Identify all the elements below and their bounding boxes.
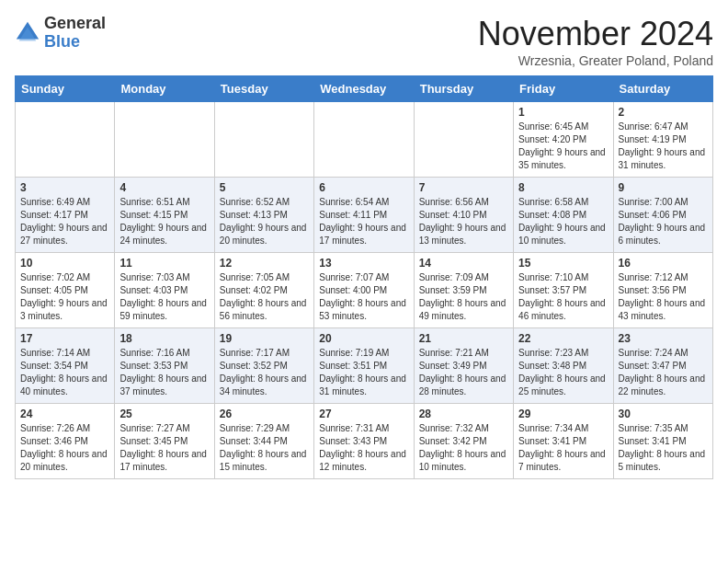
calendar-cell: 25Sunrise: 7:27 AM Sunset: 3:45 PM Dayli…	[115, 404, 214, 479]
day-info: Sunrise: 7:16 AM Sunset: 3:53 PM Dayligh…	[119, 347, 209, 398]
calendar-cell: 28Sunrise: 7:32 AM Sunset: 3:42 PM Dayli…	[414, 404, 513, 479]
column-header-sunday: Sunday	[16, 76, 115, 102]
day-number: 9	[619, 181, 708, 194]
day-number: 27	[319, 408, 408, 420]
calendar-header-row: SundayMondayTuesdayWednesdayThursdayFrid…	[16, 76, 713, 102]
calendar-cell: 7Sunrise: 6:56 AM Sunset: 4:10 PM Daylig…	[414, 178, 513, 253]
day-number: 13	[319, 257, 408, 270]
day-number: 26	[220, 408, 309, 420]
day-number: 17	[20, 332, 109, 345]
day-number: 11	[119, 257, 209, 270]
calendar-cell: 9Sunrise: 7:00 AM Sunset: 4:06 PM Daylig…	[613, 178, 712, 253]
calendar-cell	[16, 102, 115, 178]
calendar-cell: 12Sunrise: 7:05 AM Sunset: 4:02 PM Dayli…	[214, 253, 313, 328]
calendar-cell	[214, 102, 313, 178]
column-header-saturday: Saturday	[613, 76, 712, 102]
day-info: Sunrise: 7:09 AM Sunset: 3:59 PM Dayligh…	[419, 271, 508, 323]
day-info: Sunrise: 6:49 AM Sunset: 4:17 PM Dayligh…	[20, 196, 109, 247]
day-number: 10	[20, 257, 109, 270]
day-info: Sunrise: 7:14 AM Sunset: 3:54 PM Dayligh…	[20, 347, 109, 398]
day-info: Sunrise: 6:58 AM Sunset: 4:08 PM Dayligh…	[518, 196, 608, 247]
calendar-cell: 5Sunrise: 6:52 AM Sunset: 4:13 PM Daylig…	[214, 178, 313, 253]
calendar-week-row: 24Sunrise: 7:26 AM Sunset: 3:46 PM Dayli…	[16, 404, 713, 479]
calendar-cell	[115, 102, 214, 178]
calendar-week-row: 17Sunrise: 7:14 AM Sunset: 3:54 PM Dayli…	[16, 328, 713, 404]
day-number: 5	[220, 181, 309, 194]
column-header-tuesday: Tuesday	[214, 76, 313, 102]
calendar-cell: 23Sunrise: 7:24 AM Sunset: 3:47 PM Dayli…	[613, 328, 712, 404]
day-info: Sunrise: 7:00 AM Sunset: 4:06 PM Dayligh…	[619, 196, 708, 247]
calendar-cell: 8Sunrise: 6:58 AM Sunset: 4:08 PM Daylig…	[514, 178, 613, 253]
day-info: Sunrise: 7:19 AM Sunset: 3:51 PM Dayligh…	[319, 347, 408, 398]
day-info: Sunrise: 7:27 AM Sunset: 3:45 PM Dayligh…	[119, 422, 209, 474]
calendar-cell	[414, 102, 513, 178]
day-info: Sunrise: 6:51 AM Sunset: 4:15 PM Dayligh…	[119, 196, 209, 247]
day-info: Sunrise: 7:26 AM Sunset: 3:46 PM Dayligh…	[20, 422, 109, 474]
calendar-cell: 20Sunrise: 7:19 AM Sunset: 3:51 PM Dayli…	[314, 328, 414, 404]
day-info: Sunrise: 7:31 AM Sunset: 3:43 PM Dayligh…	[319, 422, 408, 474]
page-header: General Blue November 2024 Wrzesnia, Gre…	[15, 15, 713, 68]
day-number: 20	[319, 332, 408, 345]
calendar-cell: 17Sunrise: 7:14 AM Sunset: 3:54 PM Dayli…	[16, 328, 115, 404]
calendar-week-row: 10Sunrise: 7:02 AM Sunset: 4:05 PM Dayli…	[16, 253, 713, 328]
day-number: 21	[419, 332, 508, 345]
day-number: 3	[20, 181, 109, 194]
calendar-cell: 1Sunrise: 6:45 AM Sunset: 4:20 PM Daylig…	[514, 102, 613, 178]
day-number: 29	[518, 408, 608, 420]
day-info: Sunrise: 7:17 AM Sunset: 3:52 PM Dayligh…	[220, 347, 309, 398]
month-title: November 2024	[478, 15, 713, 53]
day-info: Sunrise: 7:32 AM Sunset: 3:42 PM Dayligh…	[419, 422, 508, 474]
column-header-thursday: Thursday	[414, 76, 513, 102]
logo-blue-text: Blue	[44, 33, 106, 52]
day-info: Sunrise: 7:12 AM Sunset: 3:56 PM Dayligh…	[619, 271, 708, 323]
day-number: 25	[119, 408, 209, 420]
calendar-week-row: 1Sunrise: 6:45 AM Sunset: 4:20 PM Daylig…	[16, 102, 713, 178]
day-info: Sunrise: 6:47 AM Sunset: 4:19 PM Dayligh…	[619, 121, 708, 172]
day-number: 4	[119, 181, 209, 194]
calendar-cell: 16Sunrise: 7:12 AM Sunset: 3:56 PM Dayli…	[613, 253, 712, 328]
logo-icon	[15, 20, 40, 46]
day-info: Sunrise: 7:29 AM Sunset: 3:44 PM Dayligh…	[220, 422, 309, 474]
calendar-cell: 3Sunrise: 6:49 AM Sunset: 4:17 PM Daylig…	[16, 178, 115, 253]
calendar-cell: 26Sunrise: 7:29 AM Sunset: 3:44 PM Dayli…	[214, 404, 313, 479]
calendar-cell: 27Sunrise: 7:31 AM Sunset: 3:43 PM Dayli…	[314, 404, 414, 479]
calendar-cell: 30Sunrise: 7:35 AM Sunset: 3:41 PM Dayli…	[613, 404, 712, 479]
day-number: 15	[518, 257, 608, 270]
title-block: November 2024 Wrzesnia, Greater Poland, …	[478, 15, 713, 68]
day-number: 2	[619, 106, 708, 119]
column-header-friday: Friday	[514, 76, 613, 102]
day-number: 1	[518, 106, 608, 119]
day-number: 19	[220, 332, 309, 345]
day-number: 6	[319, 181, 408, 194]
day-info: Sunrise: 7:21 AM Sunset: 3:49 PM Dayligh…	[419, 347, 508, 398]
column-header-wednesday: Wednesday	[314, 76, 414, 102]
day-info: Sunrise: 6:56 AM Sunset: 4:10 PM Dayligh…	[419, 196, 508, 247]
calendar-cell: 29Sunrise: 7:34 AM Sunset: 3:41 PM Dayli…	[514, 404, 613, 479]
column-header-monday: Monday	[115, 76, 214, 102]
day-info: Sunrise: 7:05 AM Sunset: 4:02 PM Dayligh…	[220, 271, 309, 323]
day-number: 22	[518, 332, 608, 345]
day-info: Sunrise: 7:24 AM Sunset: 3:47 PM Dayligh…	[619, 347, 708, 398]
day-number: 18	[119, 332, 209, 345]
calendar-cell: 15Sunrise: 7:10 AM Sunset: 3:57 PM Dayli…	[514, 253, 613, 328]
day-number: 28	[419, 408, 508, 420]
logo: General Blue	[15, 15, 106, 52]
calendar-cell: 14Sunrise: 7:09 AM Sunset: 3:59 PM Dayli…	[414, 253, 513, 328]
day-info: Sunrise: 7:34 AM Sunset: 3:41 PM Dayligh…	[518, 422, 608, 474]
day-number: 23	[619, 332, 708, 345]
day-info: Sunrise: 7:35 AM Sunset: 3:41 PM Dayligh…	[619, 422, 708, 474]
day-number: 14	[419, 257, 508, 270]
day-number: 30	[619, 408, 708, 420]
calendar-week-row: 3Sunrise: 6:49 AM Sunset: 4:17 PM Daylig…	[16, 178, 713, 253]
calendar-cell: 22Sunrise: 7:23 AM Sunset: 3:48 PM Dayli…	[514, 328, 613, 404]
calendar-cell: 6Sunrise: 6:54 AM Sunset: 4:11 PM Daylig…	[314, 178, 414, 253]
calendar-cell: 10Sunrise: 7:02 AM Sunset: 4:05 PM Dayli…	[16, 253, 115, 328]
day-info: Sunrise: 6:52 AM Sunset: 4:13 PM Dayligh…	[220, 196, 309, 247]
day-info: Sunrise: 7:23 AM Sunset: 3:48 PM Dayligh…	[518, 347, 608, 398]
day-number: 12	[220, 257, 309, 270]
day-info: Sunrise: 7:03 AM Sunset: 4:03 PM Dayligh…	[119, 271, 209, 323]
day-info: Sunrise: 7:07 AM Sunset: 4:00 PM Dayligh…	[319, 271, 408, 323]
calendar-cell: 24Sunrise: 7:26 AM Sunset: 3:46 PM Dayli…	[16, 404, 115, 479]
day-number: 16	[619, 257, 708, 270]
location-subtitle: Wrzesnia, Greater Poland, Poland	[478, 53, 713, 68]
